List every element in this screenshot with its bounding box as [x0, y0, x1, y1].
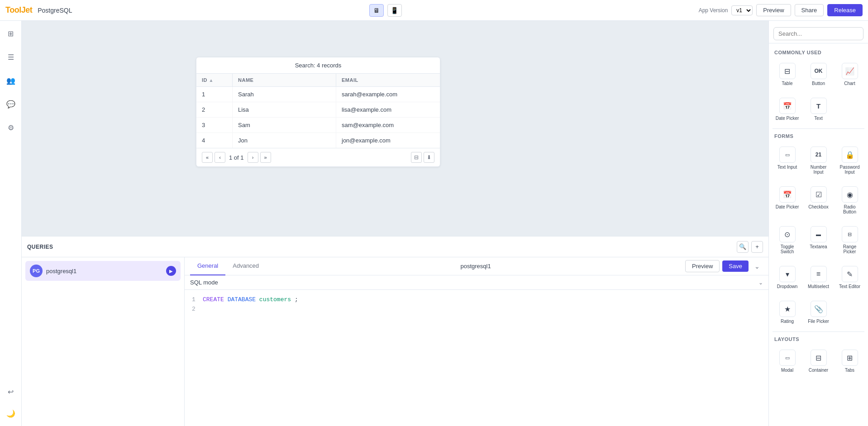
device-switcher: 🖥 📱 [369, 4, 402, 17]
sidebar-icon-users[interactable]: 👥 [4, 73, 18, 88]
sidebar-icon-undo[interactable]: ↩ [4, 384, 18, 399]
code-editor[interactable]: 1 CREATE DATABASE customers ; [185, 290, 768, 426]
sidebar-icon-widgets[interactable]: ⊞ [4, 26, 18, 41]
forms-grid-1: ▭ Text Input 21 Number Input 🔒 Password … [769, 141, 868, 180]
prev-page-button[interactable]: ‹ [215, 152, 225, 163]
query-tab-actions: Preview Save ⌄ [685, 260, 763, 272]
collapse-query-panel-button[interactable]: ⌄ [751, 260, 763, 272]
widget-rating[interactable]: ★ Rating [773, 297, 802, 328]
table-row[interactable]: 4 Jon jon@example.com [196, 133, 440, 148]
commonly-used-grid-2: 📅 Date Picker T Text [769, 92, 868, 127]
rangepicker-icon: ⊟ [842, 226, 858, 242]
textinput-icon: ▭ [779, 147, 796, 163]
widget-texteditor[interactable]: ✎ Text Editor [835, 262, 864, 293]
last-page-button[interactable]: » [260, 152, 271, 163]
table-widget: Search: 4 records ID ▲ NAME EMAIL 1 Sara… [196, 57, 440, 167]
sidebar-icon-darkmode[interactable]: 🌙 [4, 406, 18, 421]
widget-tabs[interactable]: ⊞ Tabs [835, 346, 864, 377]
forms-grid-5: ★ Rating 📎 File Picker [769, 295, 868, 330]
version-select[interactable]: v1 [731, 5, 753, 15]
forms-grid-2: 📅 Date Picker ☑ Checkbox ◉ Radio Button [769, 180, 868, 220]
widget-filepicker[interactable]: 📎 File Picker [804, 297, 833, 328]
add-query-button[interactable]: + [751, 241, 763, 253]
button-icon: OK [811, 63, 827, 79]
preview-button[interactable]: Preview [756, 4, 791, 16]
bottom-panel-top: QUERIES 🔍 + [22, 237, 768, 257]
divider-layouts [773, 331, 864, 332]
widget-datepicker[interactable]: 📅 Date Picker [773, 94, 802, 125]
commonly-used-label: Commonly Used [769, 47, 868, 57]
widget-button[interactable]: OK Button [804, 59, 833, 90]
queries-label: QUERIES [27, 244, 109, 250]
widget-passwordinput[interactable]: 🔒 Password Input [835, 142, 864, 179]
app-logo[interactable]: ToolJet [5, 5, 32, 15]
numberinput-icon: 21 [811, 147, 827, 163]
right-panel-search [769, 24, 868, 43]
widget-search-input[interactable] [773, 27, 863, 40]
widget-rangepicker[interactable]: ⊟ Range Picker [835, 222, 864, 258]
table-row[interactable]: 2 Lisa lisa@example.com [196, 102, 440, 118]
preview-query-button[interactable]: Preview [685, 260, 720, 272]
query-name-label: postgresql1 [46, 268, 162, 275]
query-item-postgresql1[interactable]: PG postgresql1 ▶ [25, 261, 181, 281]
query-editor-name: postgresql1 [460, 263, 491, 270]
table-icon: ⊟ [779, 63, 796, 79]
divider-forms [773, 128, 864, 129]
widget-checkbox[interactable]: ☑ Checkbox [804, 182, 833, 218]
widget-datepicker2[interactable]: 📅 Date Picker [773, 182, 802, 218]
tabs-icon: ⊞ [842, 350, 858, 366]
widget-text[interactable]: T Text [804, 94, 833, 125]
cell-id: 2 [196, 102, 233, 117]
widget-numberinput[interactable]: 21 Number Input [804, 142, 833, 179]
mobile-device-button[interactable]: 📱 [387, 4, 402, 17]
texteditor-icon: ✎ [842, 266, 858, 282]
passwordinput-icon: 🔒 [842, 147, 858, 163]
widget-dropdown[interactable]: ▾ Dropdown [773, 262, 802, 293]
table-row[interactable]: 3 Sam sam@example.com [196, 118, 440, 133]
left-sidebar: ⊞ ☰ 👥 💬 ⚙ ↩ 🌙 [0, 21, 22, 426]
widget-container[interactable]: ⊟ Container [804, 346, 833, 377]
search-queries-button[interactable]: 🔍 [737, 241, 749, 253]
col-name[interactable]: NAME [233, 74, 336, 86]
download-button[interactable]: ⬇ [424, 152, 434, 163]
filepicker-icon: 📎 [811, 301, 827, 317]
widget-textinput[interactable]: ▭ Text Input [773, 142, 802, 179]
widget-modal[interactable]: ▭ Modal [773, 346, 802, 377]
tab-general[interactable]: General [190, 257, 225, 275]
widget-textarea[interactable]: ▬ Textarea [804, 222, 833, 258]
cell-email: sam@example.com [336, 118, 440, 133]
widget-multiselect[interactable]: ≡ Multiselect [804, 262, 833, 293]
sidebar-icon-data[interactable]: ☰ [4, 50, 18, 64]
sidebar-bottom: ↩ 🌙 [4, 384, 18, 421]
save-query-button[interactable]: Save [722, 260, 749, 272]
sql-mode-bar[interactable]: SQL mode ⌄ [185, 275, 768, 290]
widget-radiobutton[interactable]: ◉ Radio Button [835, 182, 864, 218]
table-body: 1 Sarah sarah@example.com 2 Lisa lisa@ex… [196, 87, 440, 148]
query-db-icon: PG [30, 265, 43, 277]
next-page-button[interactable]: › [248, 152, 258, 163]
cell-id: 1 [196, 87, 233, 102]
col-id[interactable]: ID ▲ [196, 74, 233, 86]
main-layout: ⊞ ☰ 👥 💬 ⚙ ↩ 🌙 Search: 4 records ID ▲ NAM… [0, 21, 868, 426]
canvas[interactable]: Search: 4 records ID ▲ NAME EMAIL 1 Sara… [22, 21, 768, 236]
cell-email: sarah@example.com [336, 87, 440, 102]
run-query-button[interactable]: ▶ [166, 266, 176, 276]
table-row[interactable]: 1 Sarah sarah@example.com [196, 87, 440, 102]
widget-chart[interactable]: 📈 Chart [835, 59, 864, 90]
widget-toggleswitch[interactable]: ⊙ Toggle Switch [773, 222, 802, 258]
tab-advanced[interactable]: Advanced [225, 257, 266, 275]
multiselect-icon: ≡ [811, 266, 827, 282]
sidebar-icon-comments[interactable]: 💬 [4, 97, 18, 111]
cell-id: 4 [196, 133, 233, 148]
desktop-device-button[interactable]: 🖥 [369, 4, 384, 17]
widget-table[interactable]: ⊟ Table [773, 59, 802, 90]
share-button[interactable]: Share [795, 4, 824, 16]
release-button[interactable]: Release [827, 4, 863, 16]
first-page-button[interactable]: « [202, 152, 213, 163]
queries-actions: 🔍 + [737, 241, 763, 253]
cell-email: jon@example.com [336, 133, 440, 148]
sidebar-icon-settings[interactable]: ⚙ [4, 120, 18, 135]
sql-mode-label: SQL mode [190, 279, 218, 286]
filter-button[interactable]: ⊟ [411, 152, 422, 163]
col-email[interactable]: EMAIL [336, 74, 440, 86]
